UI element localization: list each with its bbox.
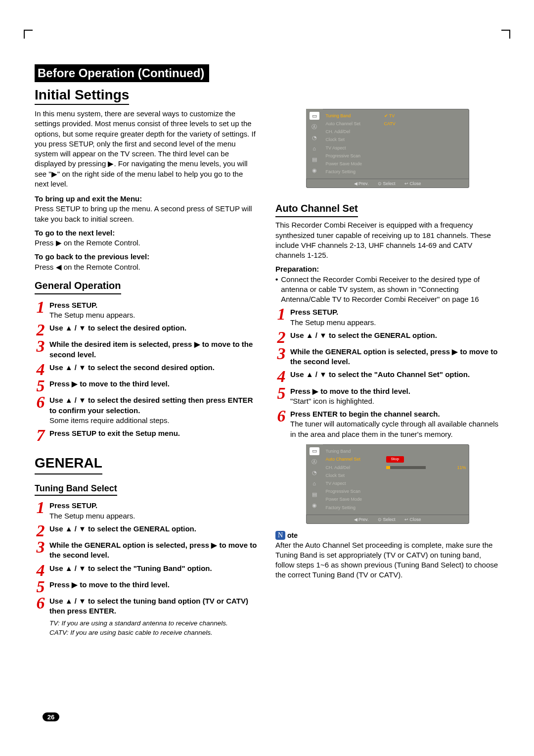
next-level-heading: To go to the next level: bbox=[35, 228, 259, 238]
step-number: 6 bbox=[35, 596, 46, 616]
osd-menu-row: Power Save Mode bbox=[323, 160, 469, 168]
osd-menu-row: Factory Setting bbox=[323, 504, 469, 512]
next-level-text: Press ▶ on the Remote Control. bbox=[35, 238, 259, 248]
osd-value-catv: CATV bbox=[384, 121, 396, 127]
step: 2Use ▲ / ▼ to select the desired option. bbox=[35, 323, 259, 336]
osd-menu-row: TV Aspect bbox=[323, 479, 469, 487]
note-text: After the Auto Channel Set proceeding is… bbox=[275, 540, 499, 580]
step-bold: Use ▲ / ▼ to select the GENERAL option. bbox=[49, 524, 196, 533]
osd-icon-other: ◉ bbox=[310, 502, 319, 510]
step-bold: Press SETUP to exit the Setup menu. bbox=[49, 429, 180, 437]
intro-text: In this menu system, there are several w… bbox=[35, 109, 259, 189]
osd-menu-label: CH. Add/Del bbox=[326, 465, 384, 471]
osd-foot-prev: ◀ Prev. bbox=[354, 517, 369, 522]
right-column: ▭ Ⓐ ◔ ⌂ ▤ ◉ Tuning BandTVAuto Channel Se… bbox=[275, 109, 499, 580]
step-number: 1 bbox=[35, 501, 46, 521]
step: 7Press SETUP to exit the Setup menu. bbox=[35, 428, 259, 442]
step-bold: Use ▲ / ▼ to select the desired option. bbox=[49, 324, 186, 332]
osd-menu-row: Factory Setting bbox=[323, 168, 469, 176]
osd-menu-label: Factory Setting bbox=[326, 169, 384, 175]
step-number: 4 bbox=[35, 363, 46, 376]
step-number: 3 bbox=[35, 540, 46, 561]
osd-foot-prev: ◀ Prev. bbox=[354, 181, 369, 186]
osd-menu-row: Power Save Mode bbox=[323, 495, 469, 503]
step-bold: Use ▲ / ▼ to select the desired setting … bbox=[49, 396, 253, 414]
bring-up-text: Press SETUP to bring up the menu. A seco… bbox=[35, 204, 259, 224]
osd-icon-general: ▭ bbox=[310, 447, 319, 455]
auto-intro-2: synthesized tuner capable of receiving u… bbox=[275, 231, 499, 261]
step-bold: While the GENERAL option is selected, pr… bbox=[290, 347, 497, 366]
osd-menu-row: TV Aspect bbox=[323, 144, 469, 152]
osd-progress-bar bbox=[386, 466, 426, 469]
step-number: 5 bbox=[35, 379, 46, 392]
step-number: 3 bbox=[35, 339, 46, 360]
osd-auto-channel: ▭ Ⓐ ◔ ⌂ ▤ ◉ Tuning BandAuto Channel SetS… bbox=[306, 444, 469, 524]
step: 3While the desired item is selected, pre… bbox=[35, 339, 259, 360]
osd-menu-label: Auto Channel Set bbox=[326, 121, 384, 127]
step: 4Use ▲ / ▼ to select the "Auto Channel S… bbox=[275, 370, 499, 383]
step-text: "Start" icon is highlighted. bbox=[290, 396, 499, 406]
tuning-note-catv: CATV: If you are using basic cable to re… bbox=[49, 628, 259, 637]
prev-level-text: Press ◀ on the Remote Control. bbox=[35, 262, 259, 272]
step-number: 2 bbox=[275, 331, 287, 344]
osd-menu-label: Power Save Mode bbox=[326, 496, 384, 502]
step-number: 3 bbox=[275, 347, 287, 367]
step-text: The Setup menu appears. bbox=[49, 310, 259, 320]
note-icon: N bbox=[275, 531, 285, 540]
step-bold: Use ▲ / ▼ to select the "Tuning Band" op… bbox=[49, 564, 212, 572]
osd-icon-language: Ⓐ bbox=[310, 458, 319, 466]
step: 5Press ▶ to move to the third level. bbox=[35, 580, 259, 593]
osd-menu-label: CH. Add/Del bbox=[326, 129, 384, 135]
step: 5Press ▶ to move to the third level. bbox=[35, 379, 259, 392]
page-title: Initial Settings bbox=[35, 87, 129, 105]
step: 5Press ▶ to move to the third level."Sta… bbox=[275, 386, 499, 407]
osd-menu-label: Auto Channel Set bbox=[326, 456, 384, 462]
osd-icon-lock: ⌂ bbox=[310, 480, 319, 488]
osd-stop-button: Stop bbox=[386, 456, 404, 463]
step: 4Use ▲ / ▼ to select the second desired … bbox=[35, 363, 259, 376]
step: 2Use ▲ / ▼ to select the GENERAL option. bbox=[35, 524, 259, 537]
step: 3While the GENERAL option is selected, p… bbox=[35, 540, 259, 561]
osd-menu-row: Tuning Band bbox=[323, 447, 469, 455]
osd-menu-row: Tuning BandTV bbox=[323, 112, 469, 120]
step-bold: Use ▲ / ▼ to select the "Auto Channel Se… bbox=[290, 370, 470, 378]
osd-foot-close: ↩ Close bbox=[404, 517, 421, 522]
step-bold: Press SETUP. bbox=[49, 501, 97, 510]
step-number: 7 bbox=[35, 428, 46, 442]
page-number: 26 bbox=[43, 712, 59, 721]
auto-intro-1: This Recorder Combi Receiver is equipped… bbox=[275, 220, 499, 230]
osd-foot-close: ↩ Close bbox=[404, 181, 421, 186]
step-bold: While the desired item is selected, pres… bbox=[49, 340, 253, 358]
tuning-band-heading: Tuning Band Select bbox=[35, 482, 117, 496]
osd-icon-disc: ▤ bbox=[310, 155, 319, 163]
osd-menu-label: Tuning Band bbox=[326, 113, 384, 119]
step-number: 2 bbox=[35, 524, 46, 537]
step-text: The tuner will automatically cycle throu… bbox=[290, 419, 499, 439]
step-number: 6 bbox=[35, 395, 46, 425]
osd-menu-row: Auto Channel SetCATV bbox=[323, 120, 469, 128]
osd-menu-label: TV Aspect bbox=[326, 145, 384, 151]
osd-menu-label: Factory Setting bbox=[326, 505, 384, 511]
note-heading: ote bbox=[287, 531, 298, 540]
step-bold: Use ▲ / ▼ to select the second desired o… bbox=[49, 363, 215, 372]
osd-icon-disc: ▤ bbox=[310, 491, 319, 499]
tuning-note-tv: TV: If you are using a standard antenna … bbox=[49, 619, 259, 628]
step-number: 2 bbox=[35, 323, 46, 336]
step-number: 5 bbox=[35, 580, 46, 593]
osd-menu-row: CH. Add/Del11% bbox=[323, 464, 469, 472]
osd-menu-row: Progressive Scan bbox=[323, 487, 469, 495]
osd-menu-row: Auto Channel SetStop bbox=[323, 455, 469, 464]
step: 2Use ▲ / ▼ to select the GENERAL option. bbox=[275, 331, 499, 344]
general-operation-heading: General Operation bbox=[35, 279, 121, 294]
osd-icon-audio: ◔ bbox=[310, 469, 319, 477]
osd-progress-pct: 11% bbox=[457, 465, 466, 471]
step-bold: Press ▶ to move to the third level. bbox=[49, 379, 170, 388]
step-number: 1 bbox=[35, 300, 46, 321]
osd-menu-row: Clock Set bbox=[323, 136, 469, 143]
step-bold: Press ▶ to move to the third level. bbox=[290, 387, 410, 395]
osd-icon-lock: ⌂ bbox=[310, 144, 319, 152]
step-text: The Setup menu appears. bbox=[49, 511, 259, 521]
step: 1Press SETUP.The Setup menu appears. bbox=[35, 300, 259, 321]
bring-up-heading: To bring up and exit the Menu: bbox=[35, 194, 259, 204]
step-number: 1 bbox=[275, 307, 287, 328]
